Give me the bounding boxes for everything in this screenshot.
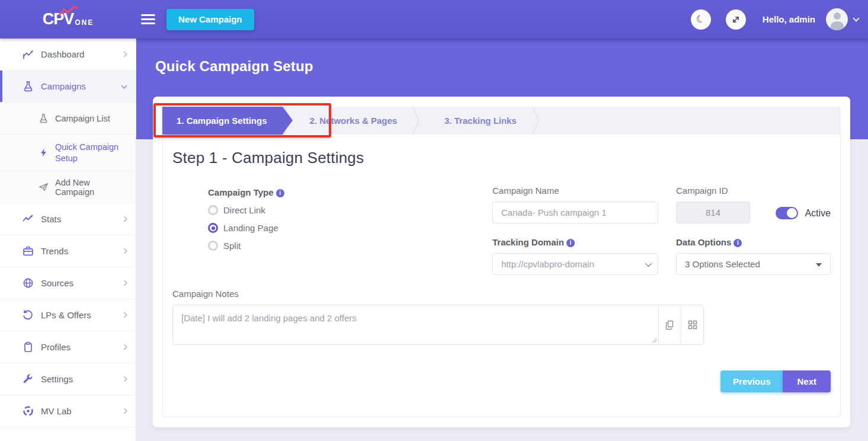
campaign-id-field: Campaign ID Active (676, 186, 831, 223)
active-toggle-label: Active (805, 208, 831, 219)
step-panel: Step 1 - Campaign Settings Campaign Name… (162, 135, 841, 417)
flask-icon (39, 113, 49, 123)
previous-button[interactable]: Previous (720, 370, 783, 392)
sidebar-item-label: Settings (41, 374, 73, 384)
sidebar-item-trends[interactable]: Trends (0, 235, 136, 267)
data-options-select[interactable]: 3 Options Selected (676, 253, 831, 275)
campaign-notes-label: Campaign Notes (172, 289, 704, 299)
app-logo[interactable]: CPV ONE (43, 11, 94, 27)
campaign-id-label: Campaign ID (676, 186, 831, 196)
radio-landing-page[interactable]: Landing Page (208, 223, 475, 233)
info-icon[interactable] (276, 189, 284, 197)
campaign-notes-textarea[interactable]: [Date] I will add 2 landing pages and 2 … (173, 305, 658, 344)
campaign-id-input (676, 202, 750, 223)
chevron-right-icon (121, 52, 127, 57)
chevron-down-icon (645, 260, 652, 267)
clipboard-icon (23, 341, 34, 353)
info-icon[interactable] (734, 239, 742, 247)
app-shell: Dashboard Campaigns (0, 39, 868, 441)
sidebar-item-label: Dashboard (41, 49, 84, 59)
grid-icon (688, 320, 697, 330)
macros-button[interactable] (681, 305, 703, 344)
sidebar-item-campaigns[interactable]: Campaigns (0, 71, 136, 103)
topbar-right-cluster: ☾ Hello, admin (691, 8, 868, 30)
moon-icon: ☾ (695, 13, 707, 25)
line-chart-icon (23, 49, 34, 60)
chevron-right-icon (121, 312, 127, 318)
stats-icon (23, 213, 34, 225)
active-toggle-group: Active (776, 207, 831, 219)
sidebar-item-profiles[interactable]: Profiles (0, 331, 136, 363)
brand-area: CPV ONE (0, 11, 136, 27)
sidebar-item-label: Stats (41, 214, 61, 224)
sidebar: Dashboard Campaigns (0, 39, 136, 441)
logo-arrow-icon (58, 6, 78, 17)
next-button[interactable]: Next (783, 370, 831, 392)
sidebar-item-dashboard[interactable]: Dashboard (0, 39, 136, 71)
chevron-right-icon (121, 248, 127, 254)
sidebar-item-label: Profiles (41, 342, 71, 352)
step-heading: Step 1 - Campaign Settings (172, 149, 831, 167)
user-avatar[interactable] (826, 8, 848, 30)
tab-tracking-links[interactable]: 3. Tracking Links (421, 107, 530, 135)
caret-down-icon (816, 263, 822, 267)
paper-plane-icon (39, 182, 49, 192)
top-bar: CPV ONE New Campaign ☾ (0, 0, 868, 39)
info-icon[interactable] (566, 239, 575, 247)
campaign-name-input[interactable] (492, 202, 658, 223)
globe-icon (23, 277, 34, 289)
history-icon (23, 309, 34, 321)
sidebar-item-label: Trends (41, 246, 68, 256)
sidebar-item-quick-campaign-setup[interactable]: Quick Campaign Setup (0, 135, 136, 171)
active-toggle[interactable] (776, 207, 798, 219)
main-content: Quick Campaign Setup 1. Campaign Setting… (136, 39, 868, 441)
campaign-name-field: Campaign Name (492, 186, 658, 223)
tracking-domain-label: Tracking Domain (492, 237, 658, 247)
radio-icon (208, 205, 218, 215)
wizard-card: 1. Campaign Settings 2. Networks & Pages… (153, 97, 850, 427)
sidebar-item-label: Sources (41, 278, 73, 288)
tracking-domain-select[interactable]: http://cpvlabpro-domain (492, 253, 658, 275)
tab-separator-chevron-icon (410, 107, 421, 135)
dark-mode-toggle[interactable]: ☾ (691, 9, 711, 30)
campaign-type-label: Campaign Type (208, 187, 475, 197)
wizard-tab-bar: 1. Campaign Settings 2. Networks & Pages… (162, 107, 841, 135)
sidebar-item-settings[interactable]: Settings (0, 363, 136, 395)
radio-icon (208, 241, 218, 251)
fullscreen-button[interactable] (726, 9, 746, 30)
sidebar-item-add-new-campaign[interactable]: Add New Campaign (0, 171, 136, 203)
chevron-right-icon (121, 376, 127, 382)
app-root: CPV ONE New Campaign ☾ (0, 0, 868, 441)
wizard-actions: Previous Next (172, 370, 831, 392)
radio-checked-icon (208, 223, 218, 233)
sidebar-item-label: Campaigns (41, 81, 86, 91)
radio-split[interactable]: Split (208, 241, 475, 251)
tab-networks-pages[interactable]: 2. Networks & Pages (283, 107, 411, 135)
logo-text-one: ONE (75, 18, 94, 27)
radio-direct-link[interactable]: Direct Link (208, 205, 475, 215)
bolt-icon (39, 148, 49, 158)
user-menu-caret-icon[interactable] (853, 15, 859, 21)
copy-notes-button[interactable] (658, 305, 681, 344)
hamburger-menu-icon[interactable] (141, 14, 155, 25)
chevron-right-icon (121, 344, 127, 350)
data-options-field: Data Options 3 Options Selected (676, 237, 831, 275)
chevron-right-icon (121, 408, 127, 414)
tab-campaign-settings[interactable]: 1. Campaign Settings (162, 107, 283, 135)
sidebar-item-stats[interactable]: Stats (0, 203, 136, 235)
campaign-form: Campaign Name Campaign ID Active (172, 186, 831, 345)
chevron-right-icon (121, 216, 127, 222)
campaign-notes-field: Campaign Notes [Date] I will add 2 landi… (172, 289, 704, 345)
sidebar-item-campaign-list[interactable]: Campaign List (0, 103, 136, 135)
copy-icon (665, 320, 675, 330)
new-campaign-button[interactable]: New Campaign (166, 9, 254, 30)
wrench-icon (23, 373, 34, 385)
flask-icon (23, 81, 34, 92)
sidebar-item-mv-lab[interactable]: MV Lab (0, 395, 136, 427)
sidebar-item-lps-offers[interactable]: LPs & Offers (0, 299, 136, 331)
sidebar-item-label: Campaign List (55, 114, 110, 123)
user-greeting: Hello, admin (763, 14, 815, 24)
page-title: Quick Campaign Setup (155, 58, 313, 75)
sidebar-item-sources[interactable]: Sources (0, 267, 136, 299)
sidebar-item-label: LPs & Offers (41, 310, 91, 320)
